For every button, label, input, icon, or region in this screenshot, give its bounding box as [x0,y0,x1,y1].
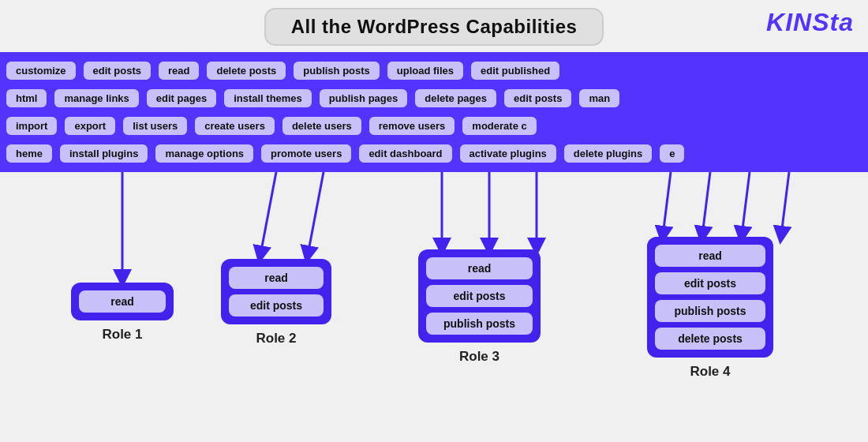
cap-pill: edit dashboard [357,143,453,164]
role1-container: read Role 1 [71,283,174,343]
cap-pill: publish pages [318,88,409,109]
role4-cap-publish-posts: publish posts [655,300,765,322]
cap-pill: edit published [470,60,561,81]
cap-pill: import [5,115,58,137]
role3-box: read edit posts publish posts [418,249,541,343]
cap-pill: customize [5,60,77,81]
role4-container: read edit posts publish posts delete pos… [647,237,773,380]
cap-pill: upload files [386,60,465,81]
cap-pill: html [5,88,48,109]
header: All the WordPress Capabilities KINSta [0,0,868,52]
cap-pill: delete plugins [563,143,653,164]
diagram: read Role 1 read edit posts Role 2 read … [0,172,868,440]
role4-cap-read: read [655,245,765,267]
cap-row-3: import export list users create users de… [0,112,868,140]
cap-pill: read [157,60,200,81]
cap-pill: edit posts [82,60,152,81]
role2-box: read edit posts [221,259,331,324]
cap-pill: moderate c [461,115,537,137]
role3-label: Role 3 [459,349,499,365]
capabilities-banner: customize edit posts read delete posts p… [0,52,868,172]
cap-row-1: customize edit posts read delete posts p… [0,57,868,84]
cap-pill: publish posts [292,60,381,81]
cap-pill: edit pages [145,88,218,109]
role3-cap-publish-posts: publish posts [426,313,533,335]
cap-pill: promote users [260,143,353,164]
cap-pill: manage options [154,143,255,164]
role1-cap-read: read [79,290,166,313]
role3-cap-read: read [426,257,533,279]
cap-pill: delete pages [413,88,498,109]
svg-line-10 [781,172,789,235]
role4-cap-edit-posts: edit posts [655,272,765,294]
svg-line-2 [260,172,276,255]
cap-pill: e [658,143,686,164]
page-title: All the WordPress Capabilities [264,8,604,46]
cap-pill: heme [5,143,54,164]
cap-pill: delete posts [205,60,287,81]
cap-pill: delete users [281,115,363,137]
kinsta-logo: KINSta [766,8,854,37]
cap-pill: activate plugins [458,143,558,164]
role2-cap-read: read [229,267,324,289]
cap-pill: export [63,115,117,137]
cap-pill: list users [122,115,189,137]
svg-line-7 [663,172,671,235]
svg-line-3 [308,172,324,255]
role1-box: read [71,283,174,320]
role1-label: Role 1 [102,327,142,343]
svg-line-8 [702,172,710,235]
cap-row-2: html manage links edit pages install the… [0,84,868,112]
role4-label: Role 4 [690,364,730,380]
role4-cap-delete-posts: delete posts [655,328,765,350]
role2-label: Role 2 [256,331,296,346]
cap-row-4: heme install plugins manage options prom… [0,140,868,167]
role2-cap-edit-posts: edit posts [229,294,324,317]
svg-line-9 [742,172,750,235]
cap-pill: manage links [53,88,140,109]
cap-pill: edit posts [503,88,573,109]
cap-pill: install themes [223,88,313,109]
role3-container: read edit posts publish posts Role 3 [418,249,541,365]
cap-pill: remove users [368,115,457,137]
role3-cap-edit-posts: edit posts [426,285,533,307]
role4-box: read edit posts publish posts delete pos… [647,237,773,358]
cap-pill: install plugins [58,143,149,164]
cap-pill: create users [193,115,276,137]
role2-container: read edit posts Role 2 [221,259,331,346]
cap-pill: man [578,88,621,109]
